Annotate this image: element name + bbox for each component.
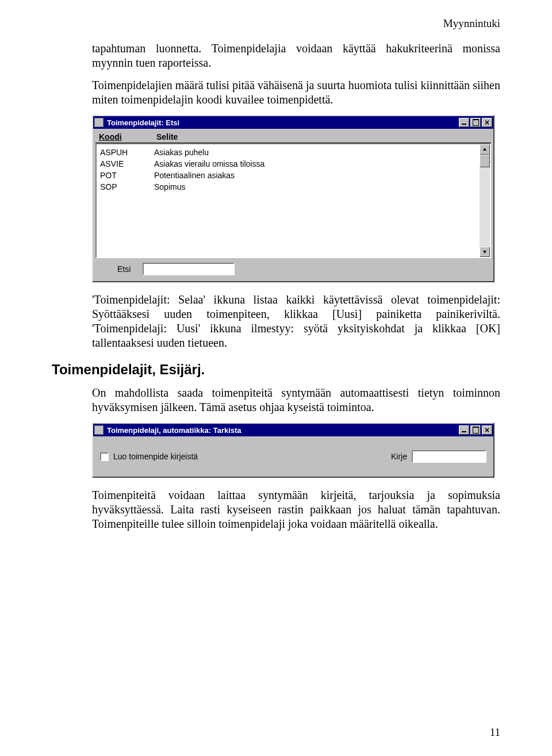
window-icon bbox=[94, 425, 103, 435]
luo-toimenpide-checkbox[interactable] bbox=[100, 452, 109, 461]
table-row[interactable]: POT Potentiaalinen asiakas bbox=[100, 170, 476, 181]
paragraph-4: On mahdollista saada toimenpiteitä synty… bbox=[92, 386, 500, 415]
svg-marker-0 bbox=[483, 148, 486, 151]
list-area: ASPUH Asiakas puhelu ASVIE Asiakas viera… bbox=[95, 143, 491, 258]
titlebar[interactable]: Toimenpidelajit: Etsi bbox=[93, 116, 493, 129]
cell-koodi: POT bbox=[100, 170, 154, 181]
paragraph-3: 'Toimenpidelajit: Selaa' ikkuna listaa k… bbox=[92, 293, 500, 350]
table-row[interactable]: SOP Sopimus bbox=[100, 181, 476, 193]
etsi-label: Etsi bbox=[117, 264, 143, 274]
table-row[interactable]: ASPUH Asiakas puhelu bbox=[100, 147, 476, 158]
page-number: 11 bbox=[490, 726, 500, 739]
window-toimenpidelaji-automatiikka: Toimenpidelaji, automatiikka: Tarkista L… bbox=[92, 423, 494, 478]
page-header: Myynnintuki bbox=[52, 17, 500, 30]
section-heading: Toimenpidelajit, Esijärj. bbox=[52, 362, 500, 378]
column-selite: Selite bbox=[156, 132, 488, 141]
cell-koodi: ASPUH bbox=[100, 147, 154, 158]
maximize-button[interactable] bbox=[470, 118, 481, 127]
titlebar[interactable]: Toimenpidelaji, automatiikka: Tarkista bbox=[93, 424, 493, 436]
table-row[interactable]: ASVIE Asiakas vierailu omissa tiloissa bbox=[100, 158, 476, 170]
etsi-input[interactable] bbox=[143, 263, 235, 275]
svg-marker-1 bbox=[483, 251, 486, 254]
paragraph-1: tapahtuman luonnetta. Toimenpidelajia vo… bbox=[92, 41, 500, 70]
window-title: Toimenpidelaji, automatiikka: Tarkista bbox=[106, 426, 458, 435]
minimize-button[interactable] bbox=[459, 425, 469, 435]
column-koodi[interactable]: Koodi bbox=[99, 132, 156, 141]
paragraph-5: Toimenpiteitä voidaan laittaa syntymään … bbox=[92, 488, 500, 531]
maximize-button[interactable] bbox=[470, 425, 481, 435]
cell-koodi: SOP bbox=[100, 181, 154, 193]
window-toimenpidelajit-etsi: Toimenpidelajit: Etsi Koodi Selite ASPUH… bbox=[92, 115, 494, 282]
scrollbar[interactable] bbox=[480, 144, 490, 257]
cell-selite: Asiakas puhelu bbox=[154, 147, 476, 158]
scroll-up-button[interactable] bbox=[480, 144, 490, 155]
column-headers: Koodi Selite bbox=[95, 131, 491, 143]
scroll-down-button[interactable] bbox=[480, 247, 490, 257]
close-button[interactable] bbox=[482, 118, 492, 127]
cell-selite: Sopimus bbox=[154, 181, 476, 193]
kirje-input[interactable] bbox=[412, 450, 486, 463]
cell-selite: Asiakas vierailu omissa tiloissa bbox=[154, 158, 476, 170]
cell-selite: Potentiaalinen asiakas bbox=[154, 170, 476, 181]
scrollbar-track[interactable] bbox=[480, 167, 490, 247]
checkbox-label: Luo toimenpide kirjeistä bbox=[113, 452, 198, 461]
scrollbar-thumb[interactable] bbox=[480, 155, 490, 167]
window-title: Toimenpidelajit: Etsi bbox=[106, 118, 458, 127]
paragraph-2: Toimenpidelajien määrä tulisi pitää vähä… bbox=[92, 78, 500, 107]
close-button[interactable] bbox=[482, 425, 492, 435]
kirje-label: Kirje bbox=[391, 452, 407, 461]
minimize-button[interactable] bbox=[459, 118, 469, 127]
cell-koodi: ASVIE bbox=[100, 158, 154, 170]
window-icon bbox=[94, 118, 103, 127]
